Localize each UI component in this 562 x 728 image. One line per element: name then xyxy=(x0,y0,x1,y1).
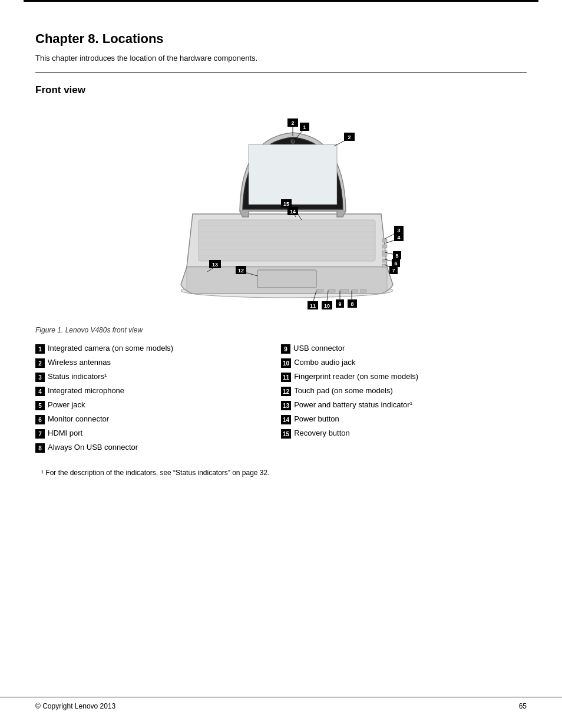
legend-badge: 8 xyxy=(35,443,45,453)
svg-rect-12 xyxy=(382,251,387,256)
svg-text:11: 11 xyxy=(310,303,316,309)
svg-text:1: 1 xyxy=(303,124,306,130)
svg-text:4: 4 xyxy=(397,235,400,241)
legend-item: 6Monitor connector xyxy=(35,414,281,424)
legend-container: 1Integrated camera (on some models)2Wire… xyxy=(35,344,527,457)
svg-rect-17 xyxy=(340,289,349,292)
legend-item: 14Power button xyxy=(281,414,527,424)
svg-text:3: 3 xyxy=(397,228,400,233)
svg-rect-13 xyxy=(382,259,387,262)
legend-item: 8Always On USB connector xyxy=(35,443,281,453)
legend-item: 9USB connector xyxy=(281,344,527,354)
legend-item: 7HDMI port xyxy=(35,429,281,439)
legend-right: 9USB connector10Combo audio jack11Finger… xyxy=(281,344,527,457)
legend-item: 15Recovery button xyxy=(281,429,527,439)
legend-item: 2Wireless antennas xyxy=(35,358,281,368)
svg-text:2: 2 xyxy=(291,120,294,126)
legend-text: Touch pad (on some models) xyxy=(294,386,393,396)
svg-rect-16 xyxy=(328,289,335,292)
legend-text: Power jack xyxy=(48,400,85,410)
legend-badge: 11 xyxy=(281,373,291,382)
legend-badge: 3 xyxy=(35,373,45,382)
legend-badge: 1 xyxy=(35,344,45,354)
legend-text: Wireless antennas xyxy=(48,358,111,368)
svg-text:7: 7 xyxy=(392,268,395,274)
legend-item: 4Integrated microphone xyxy=(35,386,281,396)
legend-item: 1Integrated camera (on some models) xyxy=(35,344,281,354)
legend-text: Recovery button xyxy=(294,429,350,439)
svg-text:14: 14 xyxy=(290,209,296,215)
content-area: Chapter 8. Locations This chapter introd… xyxy=(0,2,562,512)
svg-rect-9 xyxy=(257,270,316,288)
svg-rect-14 xyxy=(382,264,387,268)
legend-badge: 12 xyxy=(281,387,291,396)
legend-item: 13Power and battery status indicator¹ xyxy=(281,400,527,410)
legend-text: Monitor connector xyxy=(48,414,109,424)
legend-text: Fingerprint reader (on some models) xyxy=(294,372,418,382)
footer-page: 65 xyxy=(519,702,527,710)
footer-copyright: © Copyright Lenovo 2013 xyxy=(35,702,115,710)
figure-caption: Figure 1. Lenovo V480s front view xyxy=(35,326,527,334)
legend-text: Status indicators¹ xyxy=(48,372,107,382)
svg-text:8: 8 xyxy=(351,301,353,307)
legend-badge: 5 xyxy=(35,401,45,410)
legend-text: HDMI port xyxy=(48,429,82,439)
svg-text:15: 15 xyxy=(283,201,289,207)
legend-badge: 6 xyxy=(35,415,45,424)
chapter-intro: This chapter introduces the location of … xyxy=(35,54,527,62)
svg-rect-2 xyxy=(199,220,375,261)
legend-item: 3Status indicators¹ xyxy=(35,372,281,382)
legend-text: Integrated camera (on some models) xyxy=(48,344,173,354)
legend-item: 5Power jack xyxy=(35,400,281,410)
legend-item: 11Fingerprint reader (on some models) xyxy=(281,372,527,382)
svg-text:10: 10 xyxy=(324,303,330,309)
legend-badge: 9 xyxy=(281,344,290,354)
laptop-diagram: 2 1 2 15 14 xyxy=(116,108,446,320)
legend-badge: 13 xyxy=(281,401,291,410)
legend-text: Always On USB connector xyxy=(48,443,138,453)
svg-text:13: 13 xyxy=(212,262,218,268)
svg-rect-10 xyxy=(382,239,387,242)
legend-left: 1Integrated camera (on some models)2Wire… xyxy=(35,344,281,457)
legend-badge: 14 xyxy=(281,415,291,424)
legend-item: 10Combo audio jack xyxy=(281,358,527,368)
legend-badge: 7 xyxy=(35,429,45,439)
legend-badge: 4 xyxy=(35,387,45,396)
legend-badge: 10 xyxy=(281,358,291,368)
legend-text: Power button xyxy=(294,414,339,424)
svg-text:5: 5 xyxy=(395,253,398,259)
legend-text: Combo audio jack xyxy=(294,358,355,368)
svg-text:2: 2 xyxy=(348,134,351,140)
section-divider xyxy=(35,72,527,73)
page-footer: © Copyright Lenovo 2013 65 xyxy=(0,697,562,710)
diagram-container: 2 1 2 15 14 xyxy=(35,108,527,320)
svg-rect-1 xyxy=(249,144,337,205)
legend-badge: 2 xyxy=(35,358,45,368)
svg-text:6: 6 xyxy=(394,261,397,266)
legend-item: 12Touch pad (on some models) xyxy=(281,386,527,396)
page-container: Chapter 8. Locations This chapter introd… xyxy=(0,0,562,728)
legend-badge: 15 xyxy=(281,429,291,439)
legend-text: Integrated microphone xyxy=(48,386,124,396)
legend-text: USB connector xyxy=(293,344,345,354)
svg-rect-18 xyxy=(352,289,358,292)
chapter-title: Chapter 8. Locations xyxy=(35,31,527,47)
svg-rect-19 xyxy=(361,289,366,292)
svg-text:12: 12 xyxy=(238,268,244,274)
svg-text:9: 9 xyxy=(338,301,341,307)
section-title: Front view xyxy=(35,84,527,96)
legend-text: Power and battery status indicator¹ xyxy=(294,400,412,410)
footnote: ¹ For the description of the indicators,… xyxy=(41,469,527,477)
svg-rect-11 xyxy=(382,245,387,248)
svg-rect-15 xyxy=(316,289,323,292)
